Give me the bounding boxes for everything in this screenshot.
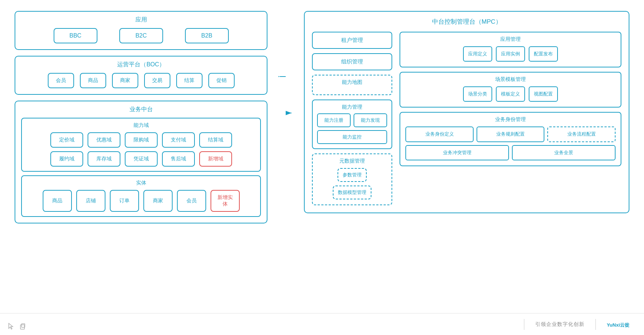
metadata-mgmt-box: 元数据管理 参数管理 数据模型管理: [312, 153, 392, 205]
cap-mgmt-item-1: 能力发现: [354, 113, 387, 127]
entity-item-3: 商家: [143, 190, 173, 212]
copy-icon: [19, 323, 26, 330]
cap-mgmt-item-2: 能力监控: [317, 130, 387, 144]
biz-box: 业务中台 能力域 定价域 优惠域 限购域 支付域 结算域 履约域 库存域 凭证域: [15, 101, 267, 223]
scene-mgmt-item-2: 视图配置: [529, 86, 558, 102]
capability-domain-box: 能力域 定价域 优惠域 限购域 支付域 结算域 履约域 库存域 凭证域 售后域 …: [21, 118, 261, 172]
metadata-mgmt-title: 元数据管理: [317, 158, 387, 164]
cap-item-7: 凭证域: [125, 151, 158, 167]
tenant-mgmt-box: 租户管理: [312, 32, 392, 49]
cap-item-2: 限购域: [125, 132, 158, 148]
diagram-area: 应用 BBC B2C B2B 运营平台（BOC） 会员 商品 商家 交易 结算 …: [0, 0, 644, 313]
org-mgmt-box: 组织管理: [312, 53, 392, 70]
footer: 引领企业数字化创新 YuNxi云徙: [0, 313, 644, 335]
svg-rect-5: [20, 325, 24, 329]
cap-item-6: 库存域: [88, 151, 120, 167]
cap-item-new: 新增域: [199, 151, 232, 167]
left-section: 应用 BBC B2C B2B 运营平台（BOC） 会员 商品 商家 交易 结算 …: [15, 11, 267, 223]
ops-item-1: 商品: [80, 73, 106, 88]
ops-title: 运营平台（BOC）: [23, 61, 259, 69]
capability-mgmt-title: 能力管理: [317, 104, 387, 110]
right-outer-title: 中台控制管理台（MPC）: [312, 17, 621, 26]
cap-row1: 定价域 优惠域 限购域 支付域 结算域: [26, 132, 256, 148]
entity-item-new: 新增实体: [211, 190, 240, 212]
biz-item-3: 业务冲突管理: [405, 145, 509, 160]
biz-identity-row2: 业务冲突管理 业务全景: [405, 145, 616, 160]
entity-items: 商品 店铺 订单 商家 会员 新增实体: [26, 190, 256, 212]
cap-item-3: 支付域: [162, 132, 195, 148]
capability-mgmt-box: 能力管理 能力注册 能力发现 能力监控: [312, 100, 392, 149]
arrow-svg: [278, 40, 293, 149]
cursor-icon: [7, 323, 15, 330]
entity-box: 实体 商品 店铺 订单 商家 会员 新增实体: [21, 175, 261, 217]
metadata-items: 参数管理 数据模型管理: [317, 168, 387, 199]
scene-mgmt-items: 场景分类 模板定义 视图配置: [405, 86, 616, 102]
biz-title: 业务中台: [21, 106, 261, 113]
entity-title: 实体: [26, 180, 256, 186]
app-mgmt-item-1: 应用实例: [496, 46, 525, 62]
entity-item-1: 店铺: [76, 190, 105, 212]
footer-separator: [524, 319, 524, 330]
app-item-bbc: BBC: [54, 28, 97, 43]
footer-separator2: [595, 319, 596, 330]
app-mgmt-title: 应用管理: [405, 36, 616, 43]
footer-left-icons: [7, 323, 26, 330]
right-outer-box: 中台控制管理台（MPC） 租户管理 组织管理 能力地图 能力管理: [304, 11, 629, 213]
app-mgmt-item-2: 配置发布: [529, 46, 558, 62]
cap-mgmt-item-0: 能力注册: [317, 113, 351, 127]
svg-marker-4: [9, 323, 13, 329]
entity-item-0: 商品: [43, 190, 72, 212]
ops-box: 运营平台（BOC） 会员 商品 商家 交易 结算 促销: [15, 56, 267, 95]
app-mgmt-box: 应用管理 应用定义 应用实例 配置发布: [400, 32, 621, 67]
ops-item-2: 商家: [112, 73, 138, 88]
right-content: 租户管理 组织管理 能力地图 能力管理 能力注册 能力发现: [312, 32, 621, 205]
cap-item-5: 履约域: [50, 151, 83, 167]
cap-item-4: 结算域: [199, 132, 232, 148]
entity-item-2: 订单: [110, 190, 139, 212]
metadata-item-1: 数据模型管理: [333, 186, 371, 199]
ops-item-0: 会员: [48, 73, 74, 88]
right-right-col: 应用管理 应用定义 应用实例 配置发布 场景模板管理 场景分类: [400, 32, 621, 166]
arrows-area: [278, 11, 293, 149]
footer-tagline: 引领企业数字化创新: [535, 321, 585, 328]
biz-identity-title: 业务身份管理: [405, 116, 616, 123]
ops-item-4: 结算: [176, 73, 203, 88]
ops-items: 会员 商品 商家 交易 结算 促销: [23, 73, 259, 88]
ops-item-5: 促销: [208, 73, 235, 88]
main-canvas: 应用 BBC B2C B2B 运营平台（BOC） 会员 商品 商家 交易 结算 …: [0, 0, 644, 335]
biz-item-0: 业务身份定义: [405, 126, 474, 142]
entity-item-4: 会员: [177, 190, 206, 212]
biz-item-1: 业务规则配置: [477, 126, 545, 142]
capability-map-box: 能力地图: [312, 75, 392, 95]
biz-identity-row1: 业务身份定义 业务规则配置 业务流程配置: [405, 126, 616, 142]
cap-item-8: 售后域: [162, 151, 195, 167]
right-left-col: 租户管理 组织管理 能力地图 能力管理 能力注册 能力发现: [312, 32, 392, 205]
app-title: 应用: [23, 16, 259, 24]
capability-map-title: 能力地图: [317, 79, 387, 86]
app-mgmt-items: 应用定义 应用实例 配置发布: [405, 46, 616, 62]
scene-mgmt-item-1: 模板定义: [496, 86, 525, 102]
app-mgmt-item-0: 应用定义: [463, 46, 492, 62]
biz-item-2: 业务流程配置: [547, 126, 616, 142]
biz-identity-box: 业务身份管理 业务身份定义 业务规则配置 业务流程配置 业务冲突管理 业务全景: [400, 112, 621, 166]
metadata-item-0: 参数管理: [338, 168, 367, 182]
cap-item-0: 定价域: [50, 132, 83, 148]
cap-row2: 履约域 库存域 凭证域 售后域 新增域: [26, 151, 256, 167]
scene-mgmt-title: 场景模板管理: [405, 76, 616, 83]
cap-grid: 能力注册 能力发现 能力监控: [317, 113, 387, 144]
scene-mgmt-item-0: 场景分类: [463, 86, 492, 102]
capability-domain-title: 能力域: [26, 122, 256, 129]
app-item-b2b: B2B: [185, 28, 229, 43]
biz-item-4: 业务全景: [512, 145, 616, 160]
cap-item-1: 优惠域: [88, 132, 120, 148]
app-items: BBC B2C B2B: [23, 28, 259, 43]
scene-mgmt-box: 场景模板管理 场景分类 模板定义 视图配置: [400, 72, 621, 108]
app-item-b2c: B2C: [119, 28, 163, 43]
app-box: 应用 BBC B2C B2B: [15, 11, 267, 50]
footer-logo: YuNxi云徙: [607, 320, 629, 328]
ops-item-3: 交易: [144, 73, 170, 88]
right-section: 中台控制管理台（MPC） 租户管理 组织管理 能力地图 能力管理: [304, 11, 629, 213]
